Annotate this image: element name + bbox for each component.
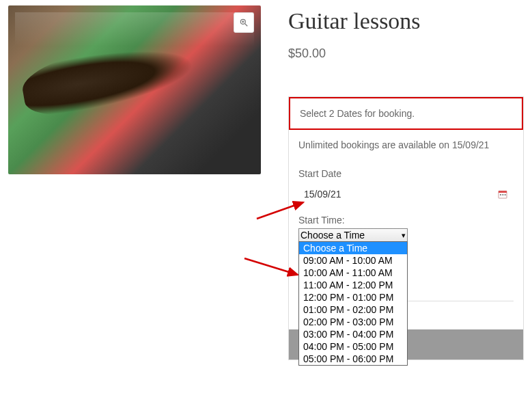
product-title: Guitar lessons [288,8,524,34]
start-date-label: Start Date [298,168,514,179]
time-option[interactable]: 01:00 PM - 02:00 PM [299,303,407,316]
product-image[interactable] [8,5,261,174]
time-option[interactable]: 10:00 AM - 11:00 AM [299,267,407,279]
chevron-down-icon: ▾ [402,231,406,240]
start-time-select[interactable]: Choose a Time ▾ [298,228,408,242]
time-option[interactable]: Choose a Time [299,242,407,254]
select-dates-message: Select 2 Dates for booking. [289,97,523,130]
start-date-input[interactable]: 15/09/21 [300,189,341,200]
time-option[interactable]: 09:00 AM - 10:00 AM [299,254,407,267]
start-time-label: Start Time: [298,215,514,226]
booking-form: Select 2 Dates for booking. Unlimited bo… [288,96,524,360]
time-option[interactable]: 11:00 AM - 12:00 PM [299,279,407,291]
svg-rect-7 [502,194,503,195]
product-price: $50.00 [288,46,524,61]
availability-message: Unlimited bookings are available on 15/0… [289,130,523,163]
start-date-field: Start Date 15/09/21 [289,163,523,215]
calendar-icon[interactable] [497,189,508,200]
svg-rect-5 [499,191,507,193]
svg-rect-8 [505,194,506,195]
time-dropdown[interactable]: Choose a Time09:00 AM - 10:00 AM10:00 AM… [298,241,408,366]
time-option[interactable]: 02:00 PM - 03:00 PM [299,316,407,328]
time-option[interactable]: 04:00 PM - 05:00 PM [299,340,407,353]
zoom-icon[interactable] [234,12,254,33]
time-option[interactable]: 05:00 PM - 06:00 PM [299,353,407,365]
svg-rect-6 [500,194,501,195]
time-option[interactable]: 03:00 PM - 04:00 PM [299,328,407,340]
time-option[interactable]: 12:00 PM - 01:00 PM [299,291,407,303]
start-time-selected: Choose a Time [300,230,365,241]
svg-line-3 [245,24,248,27]
